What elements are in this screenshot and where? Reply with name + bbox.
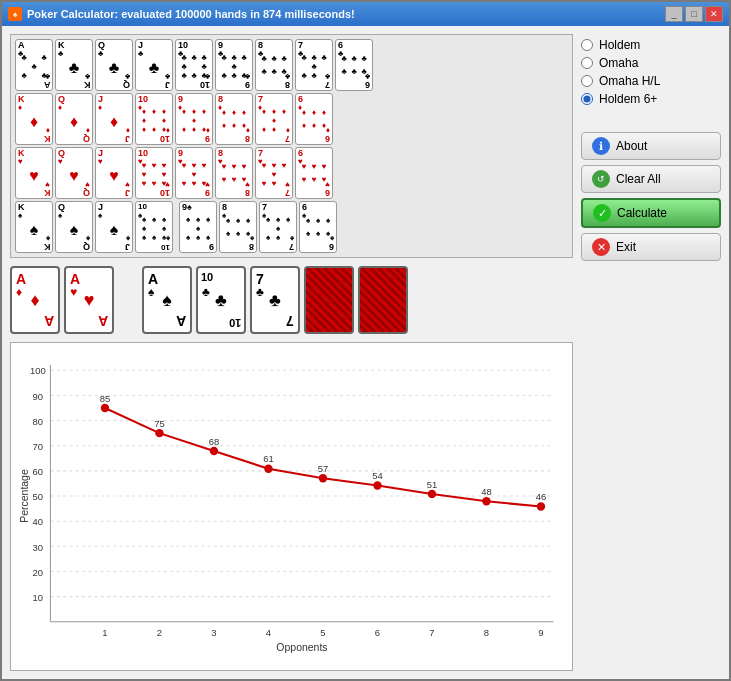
card-king-hearts[interactable]: K ♥ ♥ K ♥ <box>15 147 53 199</box>
card-queen-clubs[interactable]: Q ♣ ♣ Q ♣ <box>95 39 133 91</box>
card-king-spades[interactable]: K ♠ ♠ K ♠ <box>15 201 53 253</box>
about-button[interactable]: ℹ About <box>581 132 721 160</box>
card-seven-spades[interactable]: 7 ♠ ♠♠♠ ♠ ♠♠ 7 ♠ <box>259 201 297 253</box>
selected-card-ace-hearts[interactable]: A ♥ ♥ A <box>64 266 114 334</box>
maximize-button[interactable]: □ <box>685 6 703 22</box>
radio-omaha[interactable]: Omaha <box>581 56 721 70</box>
selected-card-ace-spades[interactable]: A ♠ ♠ A <box>142 266 192 334</box>
card-queen-diamonds[interactable]: Q ♦ ♦ Q ♦ <box>55 93 93 145</box>
svg-text:46: 46 <box>536 491 546 502</box>
card-ten-clubs[interactable]: 10 ♣ ♣♣♣ ♣♣ ♣♣♣ 10 ♣ <box>175 39 213 91</box>
calculate-icon: ✓ <box>593 204 611 222</box>
svg-text:60: 60 <box>33 466 43 477</box>
card-jack-clubs[interactable]: J ♣ ♣ J ♣ <box>135 39 173 91</box>
svg-point-38 <box>373 481 381 489</box>
exit-label: Exit <box>616 240 636 254</box>
radio-holdem[interactable]: Holdem <box>581 38 721 52</box>
calculate-button[interactable]: ✓ Calculate <box>581 198 721 228</box>
svg-point-41 <box>537 502 545 510</box>
svg-text:51: 51 <box>427 479 437 490</box>
selected-card-ten-clubs[interactable]: 10 ♣ ♣ 10 <box>196 266 246 334</box>
card-ten-spades[interactable]: 10 ♠ ♠♠♠ ♠♠ ♠♠♠ 10 ♠ <box>135 201 173 253</box>
svg-text:100: 100 <box>30 365 46 376</box>
svg-text:20: 20 <box>33 567 43 578</box>
svg-text:7: 7 <box>429 627 434 638</box>
card-eight-clubs[interactable]: 8 ♣ ♣♣♣ ♣♣♣ 8 ♣ <box>255 39 293 91</box>
title-bar-left: ♠ Poker Calculator: evaluated 100000 han… <box>8 7 355 21</box>
card-eight-spades[interactable]: 8 ♠ ♠♠♠ ♠♠♠ 8 ♠ <box>219 201 257 253</box>
hearts-row: K ♥ ♥ K ♥ Q ♥ ♥ Q ♥ J ♥ <box>15 147 568 199</box>
card-jack-hearts[interactable]: J ♥ ♥ J ♥ <box>95 147 133 199</box>
card-six-diamonds[interactable]: 6 ♦ ♦♦♦ ♦♦♦ 6 ♦ <box>295 93 333 145</box>
svg-text:70: 70 <box>33 441 43 452</box>
svg-point-39 <box>428 490 436 498</box>
svg-text:54: 54 <box>372 470 382 481</box>
svg-text:4: 4 <box>266 627 271 638</box>
card-nine-diamonds[interactable]: 9 ♦ ♦♦♦ ♦ ♦♦♦ 9 ♦ <box>175 93 213 145</box>
svg-text:9: 9 <box>538 627 543 638</box>
svg-text:2: 2 <box>157 627 162 638</box>
radio-holdem-input[interactable] <box>581 39 593 51</box>
selected-card-ace-diamonds[interactable]: A ♦ ♦ A <box>10 266 60 334</box>
card-king-clubs[interactable]: K ♣ ♣ K ♣ <box>55 39 93 91</box>
card-six-hearts[interactable]: 6 ♥ ♥♥♥ ♥♥♥ 6 ♥ <box>295 147 333 199</box>
card-eight-hearts[interactable]: 8 ♥ ♥♥♥ ♥♥♥ 8 ♥ <box>215 147 253 199</box>
clear-all-button[interactable]: ↺ Clear All <box>581 165 721 193</box>
svg-text:3: 3 <box>211 627 216 638</box>
card-ten-hearts[interactable]: 10 ♥ ♥♥♥ ♥♥ ♥♥♥ 10 ♥ <box>135 147 173 199</box>
right-panel: Holdem Omaha Omaha H/L Holdem 6+ <box>581 34 721 671</box>
card-grid: A ♣ ♣♣ ♣ ♣♣ A ♣ K ♣ ♣ K <box>10 34 573 258</box>
minimize-button[interactable]: _ <box>665 6 683 22</box>
button-group: ℹ About ↺ Clear All ✓ Calculate ✕ Exit <box>581 132 721 261</box>
radio-omaha-hl-input[interactable] <box>581 75 593 87</box>
card-seven-hearts[interactable]: 7 ♥ ♥♥♥ ♥ ♥♥ 7 ♥ <box>255 147 293 199</box>
svg-text:75: 75 <box>154 418 164 429</box>
close-button[interactable]: ✕ <box>705 6 723 22</box>
exit-button[interactable]: ✕ Exit <box>581 233 721 261</box>
selected-card-seven[interactable]: 7 ♣ ♣ 7 <box>250 266 300 334</box>
card-king-diamonds[interactable]: K ♦ ♦ K ♦ <box>15 93 53 145</box>
svg-text:61: 61 <box>263 453 273 464</box>
card-nine-clubs[interactable]: 9 ♣ ♣♣♣ ♣ ♣♣♣ 9 ♣ <box>215 39 253 91</box>
card-jack-spades[interactable]: J ♠ ♠ J ♠ <box>95 201 133 253</box>
card-nine-hearts[interactable]: 9 ♥ ♥♥♥ ♥ ♥♥♥ 9 ♥ <box>175 147 213 199</box>
radio-omaha-input[interactable] <box>581 57 593 69</box>
radio-holdem6[interactable]: Holdem 6+ <box>581 92 721 106</box>
svg-point-40 <box>482 497 490 505</box>
svg-text:85: 85 <box>100 393 110 404</box>
card-ten-diamonds[interactable]: 10 ♦ ♦♦♦ ♦♦ ♦♦♦ 10 ♦ <box>135 93 173 145</box>
card-back-2[interactable] <box>358 266 408 334</box>
radio-omaha-label: Omaha <box>599 56 638 70</box>
exit-icon: ✕ <box>592 238 610 256</box>
radio-omaha-hl[interactable]: Omaha H/L <box>581 74 721 88</box>
svg-text:10: 10 <box>33 592 43 603</box>
main-window: ♠ Poker Calculator: evaluated 100000 han… <box>0 0 731 681</box>
radio-omaha-hl-label: Omaha H/L <box>599 74 660 88</box>
title-controls: _ □ ✕ <box>665 6 723 22</box>
card-jack-diamonds[interactable]: J ♦ ♦ J ♦ <box>95 93 133 145</box>
svg-point-33 <box>101 404 109 412</box>
left-panel: A ♣ ♣♣ ♣ ♣♣ A ♣ K ♣ ♣ K <box>10 34 573 671</box>
card-ace-clubs[interactable]: A ♣ ♣♣ ♣ ♣♣ A ♣ <box>15 39 53 91</box>
chart-svg: 100 90 80 70 60 50 <box>19 351 564 662</box>
card-eight-diamonds[interactable]: 8 ♦ ♦♦♦ ♦♦♦ 8 ♦ <box>215 93 253 145</box>
svg-text:48: 48 <box>481 486 491 497</box>
card-seven-clubs[interactable]: 7 ♣ ♣♣♣ ♣ ♣♣ 7 ♣ <box>295 39 333 91</box>
card-queen-hearts[interactable]: Q ♥ ♥ Q ♥ <box>55 147 93 199</box>
about-icon: ℹ <box>592 137 610 155</box>
svg-point-37 <box>319 474 327 482</box>
svg-text:50: 50 <box>33 491 43 502</box>
radio-holdem6-input[interactable] <box>581 93 593 105</box>
card-back-1[interactable] <box>304 266 354 334</box>
card-six-clubs[interactable]: 6 ♣ ♣♣♣ ♣♣♣ 6 ♣ <box>335 39 373 91</box>
card-six-spades[interactable]: 6 ♠ ♠♠♠ ♠♠♠ 6 ♠ <box>299 201 337 253</box>
svg-text:1: 1 <box>102 627 107 638</box>
selected-cards-area: A ♦ ♦ A A ♥ ♥ A <box>10 262 573 338</box>
card-nine-spades[interactable]: 9♠ ♠♠♠ ♠ ♠♠♠ 9 <box>179 201 217 253</box>
card-queen-spades[interactable]: Q ♠ ♠ Q ♠ <box>55 201 93 253</box>
svg-text:68: 68 <box>209 436 219 447</box>
diamonds-row: K ♦ ♦ K ♦ Q ♦ ♦ Q ♦ J ♦ <box>15 93 568 145</box>
card-seven-diamonds[interactable]: 7 ♦ ♦♦♦ ♦ ♦♦ 7 ♦ <box>255 93 293 145</box>
svg-text:6: 6 <box>375 627 380 638</box>
window-title: Poker Calculator: evaluated 100000 hands… <box>27 8 355 20</box>
